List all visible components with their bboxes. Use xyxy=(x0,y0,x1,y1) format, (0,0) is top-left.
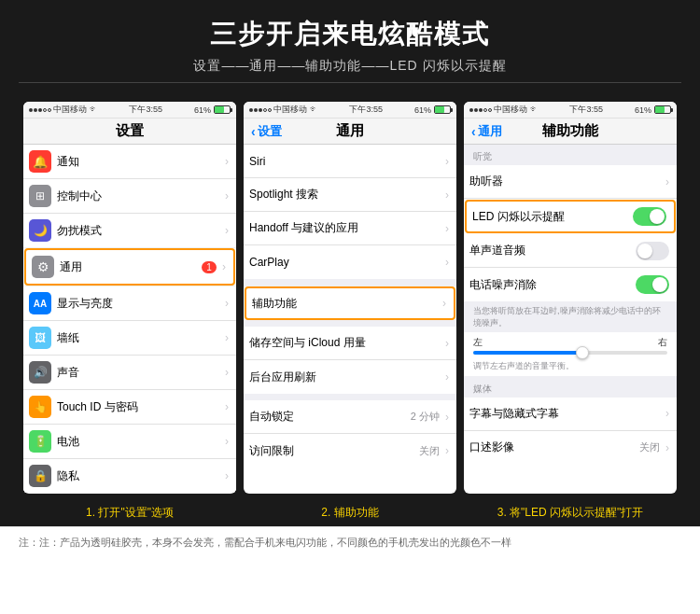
phone-general: 中国移动 ᯤ 下午3:55 61% ‹ 设置 通用 Siri xyxy=(244,102,456,494)
back-button[interactable]: ‹ 设置 xyxy=(251,123,282,140)
phone-settings: 中国移动 ᯤ 下午3:55 61% 设置 🔔 通知 › xyxy=(23,102,236,494)
toggle-knob xyxy=(650,209,665,224)
list-item[interactable]: CarPlay › xyxy=(244,245,456,279)
list-item[interactable]: 🔋 电池 › xyxy=(23,425,236,459)
list-item[interactable]: 后台应用刷新 › xyxy=(244,360,456,394)
list-item[interactable]: 储存空间与 iCloud 用量 › xyxy=(244,327,456,360)
back-label: 设置 xyxy=(258,123,282,140)
audio-balance-slider[interactable]: 左 右 xyxy=(464,332,677,358)
header: 三步开启来电炫酷模式 设置——通用——辅助功能——LED 闪烁以示提醒 xyxy=(0,0,700,92)
footer: 注：注：产品为透明硅胶壳，本身不会发亮，需配合手机来电闪功能，不同颜色的手机壳发… xyxy=(0,526,700,558)
chevron-right-icon: › xyxy=(225,331,229,344)
list-item[interactable]: 电话噪声消除 xyxy=(464,268,677,301)
led-item[interactable]: LED 闪烁以示提醒 xyxy=(465,200,676,233)
chevron-right-icon: › xyxy=(445,188,449,202)
noise-toggle[interactable] xyxy=(636,275,669,294)
list-item[interactable]: 🔔 通知 › xyxy=(23,145,236,179)
signal-icon xyxy=(249,108,272,112)
back-chevron-icon: ‹ xyxy=(471,124,476,139)
spacer xyxy=(244,280,456,286)
battery-percent: 61% xyxy=(635,105,651,115)
phone-label-1: 1. 打开"设置"选项 xyxy=(23,505,236,521)
badge: 1 xyxy=(202,261,217,273)
highlight-label-2: "LED 闪烁以示提醒" xyxy=(521,506,621,519)
slider-left-label: 左 xyxy=(473,336,483,349)
battery-percent: 61% xyxy=(194,105,211,115)
battery-icon: 🔋 xyxy=(29,430,51,453)
chevron-right-icon: › xyxy=(225,189,229,202)
slider-right-label: 右 xyxy=(658,336,667,349)
slider-note: 调节左右声道的音量平衡。 xyxy=(464,358,677,376)
list-item[interactable]: 🖼 墙纸 › xyxy=(23,321,236,356)
sound-icon: 🔊 xyxy=(29,361,51,384)
chevron-right-icon: › xyxy=(225,400,229,413)
chevron-right-icon: › xyxy=(445,370,449,384)
list-item[interactable]: 口述影像 关闭 › xyxy=(464,431,677,465)
list-item[interactable]: Siri › xyxy=(244,145,456,178)
carrier-label: 中国移动 ᯤ xyxy=(273,104,318,116)
list-item[interactable]: 访问限制 关闭 › xyxy=(244,434,456,467)
list-item[interactable]: Spotlight 搜索 › xyxy=(244,178,456,212)
touchid-icon: 👆 xyxy=(29,396,51,418)
battery-icon xyxy=(214,105,231,114)
nav-bar-3: ‹ 通用 辅助功能 xyxy=(464,119,677,145)
chevron-right-icon: › xyxy=(225,366,229,379)
list-item[interactable]: 👆 Touch ID 与密码 › xyxy=(23,390,236,425)
status-bar-3: 中国移动 ᯤ 下午3:55 61% xyxy=(464,102,677,119)
chevron-right-icon: › xyxy=(445,337,449,350)
time-label: 下午3:55 xyxy=(129,104,162,116)
general-item[interactable]: ⚙ 通用 1 › xyxy=(24,248,235,286)
signal-icon xyxy=(29,108,51,112)
back-label: 通用 xyxy=(478,123,502,140)
chevron-right-icon: › xyxy=(445,256,449,269)
phone-label-3: 3. 将"LED 闪烁以示提醒"打开 xyxy=(464,505,677,521)
list-item[interactable]: 🌙 勿扰模式 › xyxy=(23,214,236,247)
gear-icon: ⚙ xyxy=(32,256,54,278)
dnd-icon: 🌙 xyxy=(29,219,51,242)
list-item[interactable]: AA 显示与亮度 › xyxy=(23,286,236,321)
settings-list-3: 听觉 助听器 › LED 闪烁以示提醒 单 xyxy=(464,145,677,465)
list-item[interactable]: 🔊 声音 › xyxy=(23,356,236,390)
back-button[interactable]: ‹ 通用 xyxy=(471,123,502,140)
chevron-right-icon: › xyxy=(445,155,449,168)
signal-icon xyxy=(469,108,492,112)
toggle-knob xyxy=(637,244,652,258)
phone-accessibility: 中国移动 ᯤ 下午3:55 61% ‹ 通用 辅助功能 听觉 助听器 xyxy=(464,102,677,494)
led-toggle[interactable] xyxy=(633,207,666,226)
list-item[interactable]: Handoff 与建议的应用 › xyxy=(244,212,456,245)
battery-percent: 61% xyxy=(414,105,431,115)
settings-list-2: Siri › Spotlight 搜索 › Handoff 与建议的应用 › xyxy=(244,145,456,467)
settings-list-1: 🔔 通知 › ⊞ 控制中心 › 🌙 勿扰模式 xyxy=(23,145,236,493)
status-bar-1: 中国移动 ᯤ 下午3:55 61% xyxy=(23,102,236,119)
back-chevron-icon: ‹ xyxy=(251,124,256,139)
list-item[interactable]: 字幕与隐藏式字幕 › xyxy=(464,398,677,431)
nav-title-3: 辅助功能 xyxy=(542,122,598,138)
section-hearing: 听觉 xyxy=(464,145,677,165)
chevron-right-icon: › xyxy=(442,297,446,310)
time-label: 下午3:55 xyxy=(569,104,603,116)
chevron-right-icon: › xyxy=(445,222,449,235)
status-bar-2: 中国移动 ᯤ 下午3:55 61% xyxy=(244,102,456,119)
accessibility-item[interactable]: 辅助功能 › xyxy=(245,286,455,320)
carrier-label: 中国移动 ᯤ xyxy=(53,104,98,116)
toggle-knob xyxy=(652,277,667,292)
privacy-icon: 🔒 xyxy=(29,465,51,487)
chevron-right-icon: › xyxy=(225,297,229,310)
list-item[interactable]: ⊞ 控制中心 › xyxy=(23,179,236,214)
chevron-right-icon: › xyxy=(225,435,229,448)
phone-labels-row: 1. 打开"设置"选项 2. 辅助功能 3. 将"LED 闪烁以示提醒"打开 xyxy=(0,501,700,526)
footer-note: 注：注：产品为透明硅胶壳，本身不会发亮，需配合手机来电闪功能，不同颜色的手机壳发… xyxy=(19,535,681,551)
section-media: 媒体 xyxy=(464,377,677,398)
list-item[interactable]: 自动锁定 2 分钟 › xyxy=(244,400,456,434)
list-item[interactable]: 单声道音频 xyxy=(464,234,677,268)
chevron-right-icon: › xyxy=(445,444,449,457)
chevron-right-icon: › xyxy=(225,469,229,482)
chevron-right-icon: › xyxy=(225,155,229,168)
nav-title-1: 设置 xyxy=(116,122,144,138)
highlight-label: "设置" xyxy=(120,506,151,519)
mono-toggle[interactable] xyxy=(636,242,669,260)
list-item[interactable]: 助听器 › xyxy=(464,165,677,199)
list-item[interactable]: 🔒 隐私 › xyxy=(23,459,236,493)
time-label: 下午3:55 xyxy=(349,104,383,116)
header-divider xyxy=(19,82,681,83)
